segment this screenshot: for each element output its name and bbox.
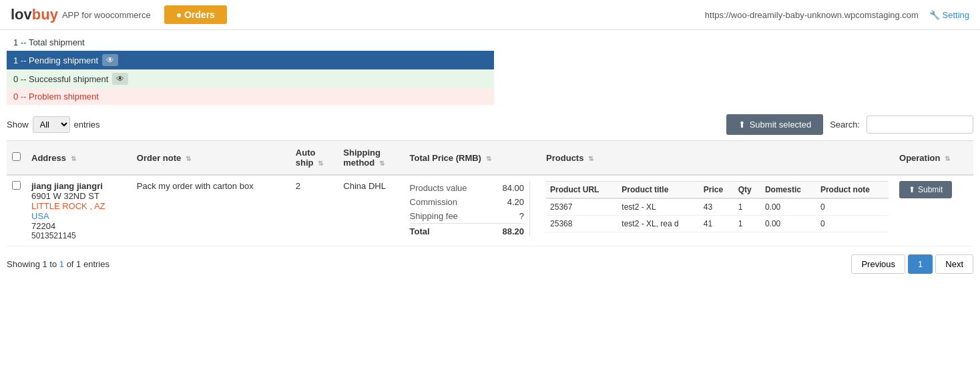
row-order-note-cell: Pack my order with carton box — [132, 175, 290, 246]
col-order-note: Order note ⇅ — [132, 141, 290, 176]
pagination-row: Showing 1 to 1 of 1 entries Previous 1 N… — [0, 246, 980, 282]
row-products-cell: Product URLProduct titlePriceQtyDomestic… — [541, 175, 894, 246]
orders-nav-button[interactable]: ● Orders — [164, 5, 227, 24]
address-phone: 5013521145 — [31, 231, 126, 240]
pagination-info: Showing 1 to 1 of 1 entries — [7, 259, 109, 269]
address-sort-icon[interactable]: ⇅ — [71, 155, 76, 162]
products-sub-col-header: Qty — [734, 182, 761, 199]
setting-link[interactable]: 🔧 Setting — [929, 10, 969, 20]
row-auto-ship-cell: 2 — [290, 175, 338, 246]
row-submit-button[interactable]: ⬆ Submit — [899, 181, 952, 198]
status-successful-label: 0 -- Successful shipment — [13, 74, 108, 84]
row-upload-icon: ⬆ — [909, 185, 915, 194]
address-city: LITTLE ROCK , AZ — [31, 201, 126, 211]
row-total-price-cell: Products value84.00Commission4.20Shippin… — [405, 175, 541, 246]
submit-selected-label: Submit selected — [750, 120, 812, 130]
status-pending-row[interactable]: 1 -- Pending shipment 👁 — [7, 51, 494, 69]
table-header-row: Address ⇅ Order note ⇅ Autoship ⇅ Shippi… — [7, 141, 973, 176]
product-url: 25368 — [546, 216, 618, 232]
row-address-cell: jiang jiang jiangri 6901 W 32ND ST LITTL… — [26, 175, 132, 246]
col-address: Address ⇅ — [26, 141, 132, 176]
product-url: 25367 — [546, 198, 618, 216]
operation-sort-icon[interactable]: ⇅ — [945, 155, 950, 162]
show-entries: Show All 10 25 50 100 entries — [7, 116, 100, 133]
row-shipping-method-cell: China DHL — [338, 175, 404, 246]
product-row: 25368 test2 - XL, rea d 41 1 0.00 0 — [546, 216, 889, 232]
product-domestic: 0.00 — [761, 198, 816, 216]
status-pending-label: 1 -- Pending shipment — [13, 55, 98, 65]
shipping-method-value: China DHL — [343, 181, 386, 191]
page-to[interactable]: 1 — [59, 259, 64, 269]
auto-ship-value: 2 — [296, 181, 300, 191]
page-total: 1 — [76, 259, 81, 269]
status-problem-label: 0 -- Problem shipment — [13, 91, 99, 102]
product-qty: 1 — [734, 198, 761, 216]
status-total-row: 1 -- Total shipment — [7, 34, 973, 51]
status-successful-row[interactable]: 0 -- Successful shipment 👁 — [7, 69, 494, 88]
product-price: 43 — [700, 198, 734, 216]
logo-lov: lov — [11, 6, 32, 23]
product-qty: 1 — [734, 216, 761, 232]
entries-select[interactable]: All 10 25 50 100 — [33, 116, 70, 133]
logo: lovbuy APP for woocommerce — [11, 6, 151, 23]
order-note-sort-icon[interactable]: ⇅ — [186, 155, 191, 162]
product-note: 0 — [816, 198, 889, 216]
pagination-text: Showing 1 to 1 of 1 entries — [7, 259, 109, 269]
submit-selected-button[interactable]: ⬆ Submit selected — [726, 114, 824, 135]
shipping-method-sort-icon[interactable]: ⇅ — [379, 160, 385, 167]
col-total-price: Total Price (RMB) ⇅ — [405, 141, 541, 176]
status-section: 1 -- Total shipment 1 -- Pending shipmen… — [0, 30, 980, 109]
price-value: 84.00 — [503, 183, 525, 193]
price-label: Commission — [410, 197, 458, 207]
status-total-label: 1 -- Total shipment — [13, 37, 85, 47]
product-title: test2 - XL, rea d — [618, 216, 699, 232]
address-street: 6901 W 32ND ST — [31, 191, 126, 201]
pending-eye-icon[interactable]: 👁 — [102, 54, 118, 66]
price-label: Products value — [410, 183, 467, 193]
orders-nav-label: ● Orders — [176, 9, 215, 20]
status-problem-row: 0 -- Problem shipment — [7, 88, 494, 105]
products-sub-col-header: Product note — [816, 182, 889, 199]
price-value: 4.20 — [507, 197, 524, 207]
price-value: ? — [519, 211, 524, 221]
col-shipping-method: Shippingmethod ⇅ — [338, 141, 404, 176]
product-note: 0 — [816, 216, 889, 232]
address-country: USA — [31, 211, 126, 221]
product-row: 25367 test2 - XL 43 1 0.00 0 — [546, 198, 889, 216]
price-label: Shipping fee — [410, 211, 458, 221]
total-label: Total — [410, 226, 430, 236]
controls-right: ⬆ Submit selected Search: — [726, 114, 973, 135]
address-name: jiang jiang jiangri — [31, 181, 126, 191]
successful-eye-icon[interactable]: 👁 — [112, 73, 128, 85]
pagination-buttons: Previous 1 Next — [851, 254, 973, 274]
address-zip: 72204 — [31, 221, 126, 231]
table-row: jiang jiang jiangri 6901 W 32ND ST LITTL… — [7, 175, 973, 246]
previous-button[interactable]: Previous — [851, 254, 905, 274]
select-all-checkbox[interactable] — [12, 152, 21, 161]
page-1-button[interactable]: 1 — [908, 254, 933, 274]
products-sub-col-header: Product URL — [546, 182, 618, 199]
show-label: Show — [7, 120, 29, 130]
col-operation: Operation ⇅ — [894, 141, 973, 176]
col-products: Products ⇅ — [541, 141, 894, 176]
orders-table-container: Address ⇅ Order note ⇅ Autoship ⇅ Shippi… — [0, 140, 980, 246]
row-checkbox[interactable] — [12, 181, 21, 190]
total-price-sort-icon[interactable]: ⇅ — [486, 155, 491, 162]
products-sub-col-header: Price — [700, 182, 734, 199]
search-input[interactable] — [867, 116, 973, 134]
entries-label: entries — [74, 120, 100, 130]
products-sort-icon[interactable]: ⇅ — [588, 155, 593, 162]
col-checkbox — [7, 141, 26, 176]
header-right: https://woo-dreamily-baby-unknown.wpcoms… — [705, 10, 969, 20]
controls-bar: Show All 10 25 50 100 entries ⬆ Submit s… — [0, 109, 980, 140]
products-sub-col-header: Domestic — [761, 182, 816, 199]
product-price: 41 — [700, 216, 734, 232]
page-from: 1 — [42, 259, 47, 269]
auto-ship-sort-icon[interactable]: ⇅ — [318, 160, 323, 167]
app-header: lovbuy APP for woocommerce ● Orders http… — [0, 0, 980, 30]
logo-subtitle: APP for woocommerce — [62, 10, 151, 20]
next-button[interactable]: Next — [935, 254, 973, 274]
search-label: Search: — [830, 120, 860, 130]
col-auto-ship: Autoship ⇅ — [290, 141, 338, 176]
logo-buy: buy — [32, 6, 58, 23]
